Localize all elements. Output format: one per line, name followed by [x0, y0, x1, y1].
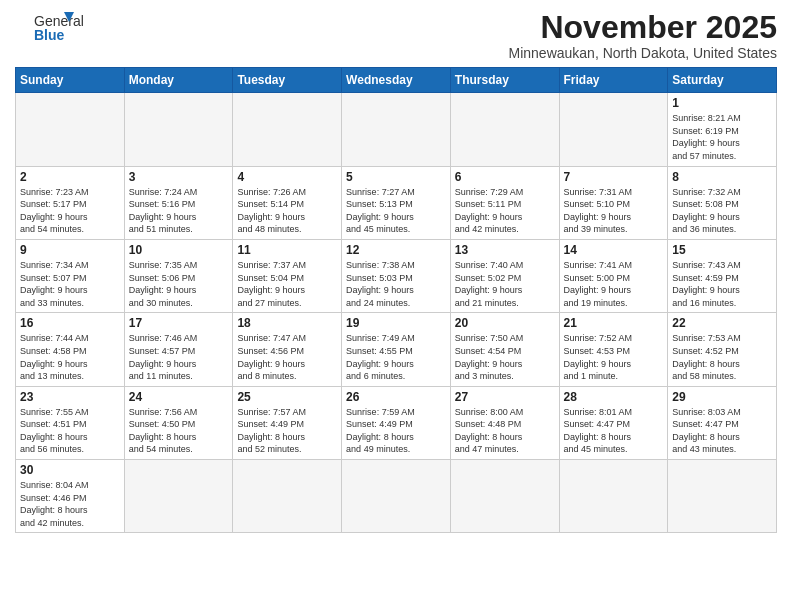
day-number: 3: [129, 170, 229, 184]
col-friday: Friday: [559, 68, 668, 93]
day-info: Sunrise: 8:03 AM Sunset: 4:47 PM Dayligh…: [672, 406, 772, 456]
calendar-cell: 23Sunrise: 7:55 AM Sunset: 4:51 PM Dayli…: [16, 386, 125, 459]
calendar-cell: [342, 93, 451, 166]
calendar-cell: [124, 93, 233, 166]
day-info: Sunrise: 7:46 AM Sunset: 4:57 PM Dayligh…: [129, 332, 229, 382]
day-number: 23: [20, 390, 120, 404]
calendar-cell: [124, 460, 233, 533]
calendar-cell: 4Sunrise: 7:26 AM Sunset: 5:14 PM Daylig…: [233, 166, 342, 239]
calendar-cell: 18Sunrise: 7:47 AM Sunset: 4:56 PM Dayli…: [233, 313, 342, 386]
col-saturday: Saturday: [668, 68, 777, 93]
svg-text:Blue: Blue: [34, 27, 65, 42]
day-number: 16: [20, 316, 120, 330]
calendar-row: 1Sunrise: 8:21 AM Sunset: 6:19 PM Daylig…: [16, 93, 777, 166]
day-number: 25: [237, 390, 337, 404]
calendar-cell: 25Sunrise: 7:57 AM Sunset: 4:49 PM Dayli…: [233, 386, 342, 459]
day-info: Sunrise: 7:34 AM Sunset: 5:07 PM Dayligh…: [20, 259, 120, 309]
day-number: 15: [672, 243, 772, 257]
calendar-cell: 24Sunrise: 7:56 AM Sunset: 4:50 PM Dayli…: [124, 386, 233, 459]
col-thursday: Thursday: [450, 68, 559, 93]
calendar-cell: 10Sunrise: 7:35 AM Sunset: 5:06 PM Dayli…: [124, 239, 233, 312]
calendar-cell: [233, 93, 342, 166]
day-number: 6: [455, 170, 555, 184]
day-number: 12: [346, 243, 446, 257]
day-info: Sunrise: 7:40 AM Sunset: 5:02 PM Dayligh…: [455, 259, 555, 309]
day-info: Sunrise: 7:41 AM Sunset: 5:00 PM Dayligh…: [564, 259, 664, 309]
calendar-cell: 7Sunrise: 7:31 AM Sunset: 5:10 PM Daylig…: [559, 166, 668, 239]
col-tuesday: Tuesday: [233, 68, 342, 93]
calendar-cell: 28Sunrise: 8:01 AM Sunset: 4:47 PM Dayli…: [559, 386, 668, 459]
day-info: Sunrise: 7:52 AM Sunset: 4:53 PM Dayligh…: [564, 332, 664, 382]
day-info: Sunrise: 7:26 AM Sunset: 5:14 PM Dayligh…: [237, 186, 337, 236]
day-number: 7: [564, 170, 664, 184]
calendar-row: 9Sunrise: 7:34 AM Sunset: 5:07 PM Daylig…: [16, 239, 777, 312]
calendar-cell: 16Sunrise: 7:44 AM Sunset: 4:58 PM Dayli…: [16, 313, 125, 386]
day-info: Sunrise: 7:53 AM Sunset: 4:52 PM Dayligh…: [672, 332, 772, 382]
day-info: Sunrise: 7:56 AM Sunset: 4:50 PM Dayligh…: [129, 406, 229, 456]
day-number: 11: [237, 243, 337, 257]
day-info: Sunrise: 8:01 AM Sunset: 4:47 PM Dayligh…: [564, 406, 664, 456]
calendar-table: Sunday Monday Tuesday Wednesday Thursday…: [15, 67, 777, 533]
day-number: 13: [455, 243, 555, 257]
calendar-row: 16Sunrise: 7:44 AM Sunset: 4:58 PM Dayli…: [16, 313, 777, 386]
calendar-cell: [450, 460, 559, 533]
day-info: Sunrise: 7:23 AM Sunset: 5:17 PM Dayligh…: [20, 186, 120, 236]
day-info: Sunrise: 7:24 AM Sunset: 5:16 PM Dayligh…: [129, 186, 229, 236]
day-number: 14: [564, 243, 664, 257]
day-info: Sunrise: 7:27 AM Sunset: 5:13 PM Dayligh…: [346, 186, 446, 236]
day-info: Sunrise: 7:43 AM Sunset: 4:59 PM Dayligh…: [672, 259, 772, 309]
calendar-row: 30Sunrise: 8:04 AM Sunset: 4:46 PM Dayli…: [16, 460, 777, 533]
calendar-cell: 15Sunrise: 7:43 AM Sunset: 4:59 PM Dayli…: [668, 239, 777, 312]
calendar-header-row: Sunday Monday Tuesday Wednesday Thursday…: [16, 68, 777, 93]
calendar-cell: [450, 93, 559, 166]
day-number: 21: [564, 316, 664, 330]
page: General Blue November 2025 Minnewaukan, …: [0, 0, 792, 612]
day-number: 27: [455, 390, 555, 404]
day-number: 19: [346, 316, 446, 330]
day-number: 18: [237, 316, 337, 330]
calendar-cell: 20Sunrise: 7:50 AM Sunset: 4:54 PM Dayli…: [450, 313, 559, 386]
day-info: Sunrise: 7:55 AM Sunset: 4:51 PM Dayligh…: [20, 406, 120, 456]
calendar-cell: [668, 460, 777, 533]
day-info: Sunrise: 7:47 AM Sunset: 4:56 PM Dayligh…: [237, 332, 337, 382]
calendar-cell: 6Sunrise: 7:29 AM Sunset: 5:11 PM Daylig…: [450, 166, 559, 239]
day-info: Sunrise: 7:59 AM Sunset: 4:49 PM Dayligh…: [346, 406, 446, 456]
calendar-cell: 17Sunrise: 7:46 AM Sunset: 4:57 PM Dayli…: [124, 313, 233, 386]
day-info: Sunrise: 7:50 AM Sunset: 4:54 PM Dayligh…: [455, 332, 555, 382]
day-info: Sunrise: 7:35 AM Sunset: 5:06 PM Dayligh…: [129, 259, 229, 309]
calendar-cell: [16, 93, 125, 166]
day-number: 26: [346, 390, 446, 404]
day-number: 2: [20, 170, 120, 184]
calendar-cell: 3Sunrise: 7:24 AM Sunset: 5:16 PM Daylig…: [124, 166, 233, 239]
day-number: 24: [129, 390, 229, 404]
calendar-cell: 9Sunrise: 7:34 AM Sunset: 5:07 PM Daylig…: [16, 239, 125, 312]
day-info: Sunrise: 7:31 AM Sunset: 5:10 PM Dayligh…: [564, 186, 664, 236]
day-info: Sunrise: 7:37 AM Sunset: 5:04 PM Dayligh…: [237, 259, 337, 309]
calendar-cell: 11Sunrise: 7:37 AM Sunset: 5:04 PM Dayli…: [233, 239, 342, 312]
day-info: Sunrise: 7:29 AM Sunset: 5:11 PM Dayligh…: [455, 186, 555, 236]
calendar-cell: 14Sunrise: 7:41 AM Sunset: 5:00 PM Dayli…: [559, 239, 668, 312]
calendar-cell: [559, 93, 668, 166]
day-number: 9: [20, 243, 120, 257]
day-number: 22: [672, 316, 772, 330]
col-wednesday: Wednesday: [342, 68, 451, 93]
day-number: 10: [129, 243, 229, 257]
day-info: Sunrise: 7:32 AM Sunset: 5:08 PM Dayligh…: [672, 186, 772, 236]
day-number: 30: [20, 463, 120, 477]
day-info: Sunrise: 7:57 AM Sunset: 4:49 PM Dayligh…: [237, 406, 337, 456]
day-number: 29: [672, 390, 772, 404]
day-number: 1: [672, 96, 772, 110]
day-info: Sunrise: 7:38 AM Sunset: 5:03 PM Dayligh…: [346, 259, 446, 309]
header: General Blue November 2025 Minnewaukan, …: [15, 10, 777, 61]
day-info: Sunrise: 8:00 AM Sunset: 4:48 PM Dayligh…: [455, 406, 555, 456]
calendar-cell: 30Sunrise: 8:04 AM Sunset: 4:46 PM Dayli…: [16, 460, 125, 533]
calendar-cell: 5Sunrise: 7:27 AM Sunset: 5:13 PM Daylig…: [342, 166, 451, 239]
day-info: Sunrise: 8:04 AM Sunset: 4:46 PM Dayligh…: [20, 479, 120, 529]
day-info: Sunrise: 8:21 AM Sunset: 6:19 PM Dayligh…: [672, 112, 772, 162]
logo: General Blue: [15, 10, 95, 42]
title-block: November 2025 Minnewaukan, North Dakota,…: [509, 10, 777, 61]
calendar-cell: [559, 460, 668, 533]
calendar-cell: 27Sunrise: 8:00 AM Sunset: 4:48 PM Dayli…: [450, 386, 559, 459]
day-number: 20: [455, 316, 555, 330]
col-monday: Monday: [124, 68, 233, 93]
